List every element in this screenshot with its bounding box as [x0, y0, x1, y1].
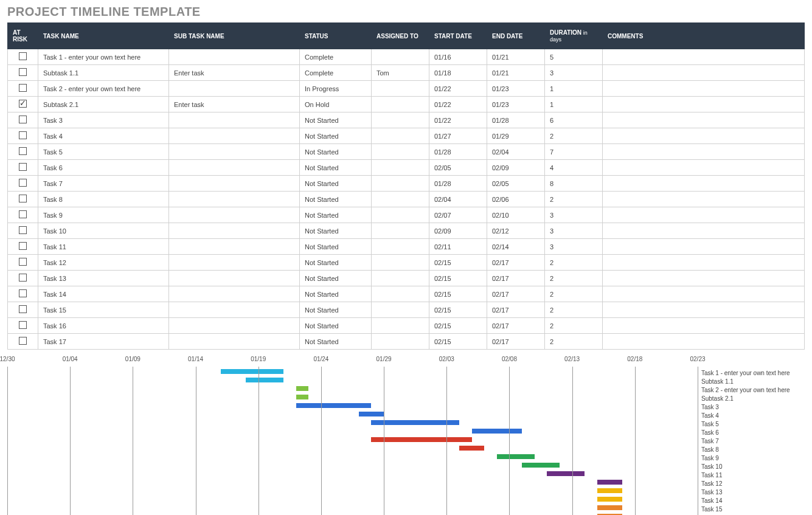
end-date-cell[interactable]: 01/28 — [487, 112, 545, 128]
start-date-cell[interactable]: 02/07 — [429, 207, 487, 223]
end-date-cell[interactable]: 02/17 — [487, 334, 545, 350]
checkbox-icon[interactable] — [19, 226, 27, 234]
status-cell[interactable]: Not Started — [300, 286, 372, 302]
at-risk-cell[interactable] — [8, 160, 38, 176]
status-cell[interactable]: Not Started — [300, 128, 372, 144]
at-risk-cell[interactable] — [8, 318, 38, 334]
comments-cell[interactable] — [603, 302, 805, 318]
start-date-cell[interactable]: 01/28 — [429, 144, 487, 160]
status-cell[interactable]: Not Started — [300, 302, 372, 318]
subtask-cell[interactable] — [169, 223, 300, 239]
end-date-cell[interactable]: 01/21 — [487, 49, 545, 65]
task-name-cell[interactable]: Task 1 - enter your own text here — [38, 49, 169, 65]
checkbox-icon[interactable] — [19, 305, 27, 313]
task-name-cell[interactable]: Task 7 — [38, 176, 169, 192]
status-cell[interactable]: Not Started — [300, 176, 372, 192]
checkbox-icon[interactable] — [19, 210, 27, 218]
status-cell[interactable]: Complete — [300, 65, 372, 81]
assigned-cell[interactable]: Tom — [372, 65, 429, 81]
checkbox-icon[interactable] — [19, 84, 27, 92]
comments-cell[interactable] — [603, 271, 805, 286]
comments-cell[interactable] — [603, 207, 805, 223]
at-risk-cell[interactable] — [8, 49, 38, 65]
comments-cell[interactable] — [603, 49, 805, 65]
end-date-cell[interactable]: 01/21 — [487, 65, 545, 81]
subtask-cell[interactable] — [169, 334, 300, 350]
at-risk-cell[interactable] — [8, 334, 38, 350]
end-date-cell[interactable]: 02/17 — [487, 255, 545, 271]
checkbox-icon[interactable] — [19, 131, 27, 139]
start-date-cell[interactable]: 01/22 — [429, 81, 487, 97]
assigned-cell[interactable] — [372, 223, 429, 239]
at-risk-cell[interactable] — [8, 65, 38, 81]
checkbox-icon[interactable] — [19, 274, 27, 282]
status-cell[interactable]: Not Started — [300, 207, 372, 223]
checkbox-icon[interactable] — [19, 195, 27, 202]
assigned-cell[interactable] — [372, 192, 429, 207]
start-date-cell[interactable]: 02/11 — [429, 239, 487, 255]
task-name-cell[interactable]: Task 14 — [38, 286, 169, 302]
at-risk-cell[interactable] — [8, 128, 38, 144]
status-cell[interactable]: Not Started — [300, 255, 372, 271]
assigned-cell[interactable] — [372, 160, 429, 176]
task-name-cell[interactable]: Task 5 — [38, 144, 169, 160]
assigned-cell[interactable] — [372, 128, 429, 144]
assigned-cell[interactable] — [372, 144, 429, 160]
task-name-cell[interactable]: Task 17 — [38, 334, 169, 350]
task-name-cell[interactable]: Task 10 — [38, 223, 169, 239]
status-cell[interactable]: Not Started — [300, 318, 372, 334]
comments-cell[interactable] — [603, 128, 805, 144]
end-date-cell[interactable]: 02/05 — [487, 176, 545, 192]
assigned-cell[interactable] — [372, 112, 429, 128]
assigned-cell[interactable] — [372, 207, 429, 223]
comments-cell[interactable] — [603, 192, 805, 207]
start-date-cell[interactable]: 02/15 — [429, 302, 487, 318]
start-date-cell[interactable]: 01/16 — [429, 49, 487, 65]
at-risk-cell[interactable] — [8, 255, 38, 271]
comments-cell[interactable] — [603, 65, 805, 81]
comments-cell[interactable] — [603, 112, 805, 128]
start-date-cell[interactable]: 02/15 — [429, 255, 487, 271]
end-date-cell[interactable]: 02/12 — [487, 223, 545, 239]
comments-cell[interactable] — [603, 334, 805, 350]
end-date-cell[interactable]: 02/17 — [487, 271, 545, 286]
end-date-cell[interactable]: 02/17 — [487, 318, 545, 334]
end-date-cell[interactable]: 01/23 — [487, 97, 545, 112]
checkbox-icon[interactable] — [19, 163, 27, 171]
comments-cell[interactable] — [603, 318, 805, 334]
comments-cell[interactable] — [603, 160, 805, 176]
task-name-cell[interactable]: Task 9 — [38, 207, 169, 223]
subtask-cell[interactable] — [169, 160, 300, 176]
assigned-cell[interactable] — [372, 97, 429, 112]
start-date-cell[interactable]: 02/09 — [429, 223, 487, 239]
end-date-cell[interactable]: 02/06 — [487, 192, 545, 207]
comments-cell[interactable] — [603, 176, 805, 192]
status-cell[interactable]: In Progress — [300, 81, 372, 97]
subtask-cell[interactable] — [169, 144, 300, 160]
task-name-cell[interactable]: Task 16 — [38, 318, 169, 334]
assigned-cell[interactable] — [372, 318, 429, 334]
task-name-cell[interactable]: Subtask 2.1 — [38, 97, 169, 112]
start-date-cell[interactable]: 02/15 — [429, 271, 487, 286]
comments-cell[interactable] — [603, 223, 805, 239]
start-date-cell[interactable]: 01/22 — [429, 112, 487, 128]
subtask-cell[interactable] — [169, 271, 300, 286]
checkbox-icon[interactable] — [19, 321, 27, 329]
task-name-cell[interactable]: Task 8 — [38, 192, 169, 207]
start-date-cell[interactable]: 01/18 — [429, 65, 487, 81]
subtask-cell[interactable] — [169, 318, 300, 334]
subtask-cell[interactable]: Enter task — [169, 65, 300, 81]
task-name-cell[interactable]: Task 6 — [38, 160, 169, 176]
end-date-cell[interactable]: 02/10 — [487, 207, 545, 223]
subtask-cell[interactable] — [169, 255, 300, 271]
start-date-cell[interactable]: 01/27 — [429, 128, 487, 144]
start-date-cell[interactable]: 01/22 — [429, 97, 487, 112]
subtask-cell[interactable] — [169, 176, 300, 192]
subtask-cell[interactable] — [169, 239, 300, 255]
checkbox-icon[interactable] — [19, 242, 27, 250]
assigned-cell[interactable] — [372, 176, 429, 192]
task-name-cell[interactable]: Subtask 1.1 — [38, 65, 169, 81]
start-date-cell[interactable]: 02/15 — [429, 286, 487, 302]
at-risk-cell[interactable] — [8, 271, 38, 286]
task-name-cell[interactable]: Task 4 — [38, 128, 169, 144]
